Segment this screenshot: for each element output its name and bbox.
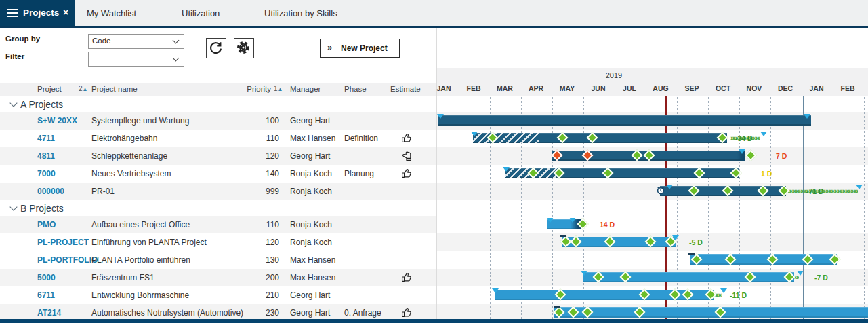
project-code[interactable]: S+W 20XX — [37, 116, 77, 126]
timeline-month: JUL — [614, 84, 645, 92]
project-manager: Georg Hart — [290, 151, 330, 161]
start-tick-icon — [554, 306, 560, 308]
hand-estimate-icon[interactable] — [401, 150, 413, 162]
timeline-month: NOV — [739, 84, 770, 92]
project-code[interactable]: AT214 — [37, 308, 61, 318]
month-gridline — [802, 96, 802, 323]
project-code[interactable]: 4711 — [37, 134, 55, 143]
month-gridline — [646, 96, 646, 323]
schedule-marker-icon — [666, 185, 673, 189]
start-tick-icon — [688, 253, 695, 255]
timeline-month: AUG — [645, 84, 676, 92]
month-gridline — [708, 96, 709, 323]
group-header[interactable]: A Projects — [20, 99, 63, 110]
project-code[interactable]: 7000 — [37, 169, 56, 178]
schedule-marker-icon — [797, 271, 804, 276]
project-code[interactable]: 000000 — [37, 187, 64, 196]
content-layer: JANFEBMARAPRMAYJUNJULAUGSEPOCTNOVDECJANF… — [0, 0, 868, 323]
project-priority: 130 — [248, 255, 279, 265]
timeline-month: JAN — [428, 84, 459, 92]
thumb-up-icon[interactable] — [401, 271, 413, 283]
project-priority: 140 — [248, 169, 279, 178]
project-priority: 999 — [248, 187, 279, 196]
thumb-up-icon[interactable] — [401, 132, 413, 144]
project-code[interactable]: PL-PROJECT — [37, 238, 89, 247]
project-code[interactable]: 5000 — [37, 273, 56, 282]
hatched-segment — [473, 133, 539, 143]
project-phase: 0. Anfrage — [344, 308, 381, 318]
gantt-bar-6711[interactable] — [495, 290, 714, 300]
timeline-month: FEB — [458, 84, 489, 92]
gantt-bar-PL-PORTFOLIO[interactable] — [690, 254, 837, 265]
project-priority: 120 — [248, 238, 279, 247]
schedule-marker-icon — [492, 288, 499, 293]
delay-label: -11 D — [730, 291, 747, 299]
project-name[interactable]: Entwicklung Bohrmaschine — [91, 290, 189, 300]
gantt-bar-AT214[interactable] — [554, 307, 868, 318]
schedule-marker-icon — [547, 218, 554, 223]
project-priority: 210 — [248, 290, 279, 300]
project-name[interactable]: PR-01 — [91, 187, 115, 196]
month-gridline — [583, 96, 584, 323]
project-priority: 110 — [248, 220, 279, 229]
group-expand-icon[interactable] — [9, 203, 17, 210]
timeline-month: DEC — [770, 84, 801, 92]
month-gridline — [833, 96, 833, 323]
project-name[interactable]: PLANTA Portfolio einführen — [91, 255, 190, 265]
thumb-up-icon[interactable] — [401, 168, 413, 179]
project-name[interactable]: Systempflege und Wartung — [91, 116, 189, 126]
project-name[interactable]: Einführung von PLANTA Project — [91, 238, 207, 247]
delay-label: -5 D — [689, 238, 703, 246]
table-row-stripe — [0, 147, 436, 165]
schedule-marker-icon — [503, 167, 510, 172]
project-manager: Georg Hart — [290, 290, 330, 300]
schedule-marker-icon — [720, 288, 727, 293]
footer-bar[interactable] — [0, 319, 868, 323]
project-manager: Max Hansen — [290, 273, 335, 282]
project-manager: Ronja Koch — [290, 220, 332, 229]
month-gridline — [615, 96, 615, 323]
start-tick-icon — [560, 235, 566, 238]
alarm-clock-icon — [657, 186, 665, 195]
project-name[interactable]: Schleppkettenanlage — [91, 151, 167, 161]
delay-label: -7 D — [814, 273, 828, 282]
project-code[interactable]: 6711 — [37, 290, 55, 300]
schedule-marker-icon — [471, 132, 478, 136]
month-gridline — [490, 96, 491, 323]
project-name[interactable]: Fräszentrum FS1 — [91, 273, 154, 282]
schedule-marker-icon — [856, 185, 863, 189]
month-gridline — [459, 96, 459, 323]
project-priority: 120 — [248, 151, 279, 161]
project-name[interactable]: Aufbau eines Project Office — [91, 220, 190, 229]
group-header[interactable]: B Projects — [20, 203, 64, 214]
gantt-bar-5000[interactable] — [583, 272, 794, 282]
project-manager: Georg Hart — [290, 116, 330, 126]
timeline-month: MAY — [552, 84, 583, 92]
project-name[interactable]: Elektrohängebahn — [91, 134, 157, 143]
project-name[interactable]: Neues Vertriebsystem — [91, 169, 171, 178]
schedule-marker-icon — [581, 271, 587, 276]
timeline-month: APR — [520, 84, 552, 92]
project-manager: Ronja Koch — [290, 238, 332, 247]
project-code[interactable]: 4811 — [37, 151, 55, 161]
month-gridline — [521, 96, 522, 323]
thumb-up-icon[interactable] — [401, 307, 413, 318]
project-manager: Max Hansen — [290, 134, 335, 143]
timeline-month: MAR — [489, 84, 520, 92]
month-gridline — [770, 96, 771, 323]
project-priority: 230 — [248, 308, 279, 318]
timeline-month: FEB — [832, 84, 863, 92]
project-code[interactable]: PL-PORTFOLIO — [37, 255, 98, 265]
project-name[interactable]: Automatisches Notrufsystem (Automotive) — [91, 308, 243, 318]
group-expand-icon[interactable] — [9, 99, 17, 107]
gantt-bar-S+W 20XX[interactable] — [438, 115, 811, 126]
schedule-marker-icon — [760, 132, 767, 136]
delay-label: 7 D — [776, 152, 787, 160]
schedule-marker-icon — [672, 235, 679, 240]
project-phase: Definition — [344, 134, 378, 143]
project-priority: 100 — [248, 116, 279, 126]
schedule-marker-icon — [739, 149, 745, 154]
project-code[interactable]: PMO — [37, 220, 56, 229]
month-gridline — [864, 96, 865, 323]
schedule-marker-icon — [437, 114, 444, 119]
